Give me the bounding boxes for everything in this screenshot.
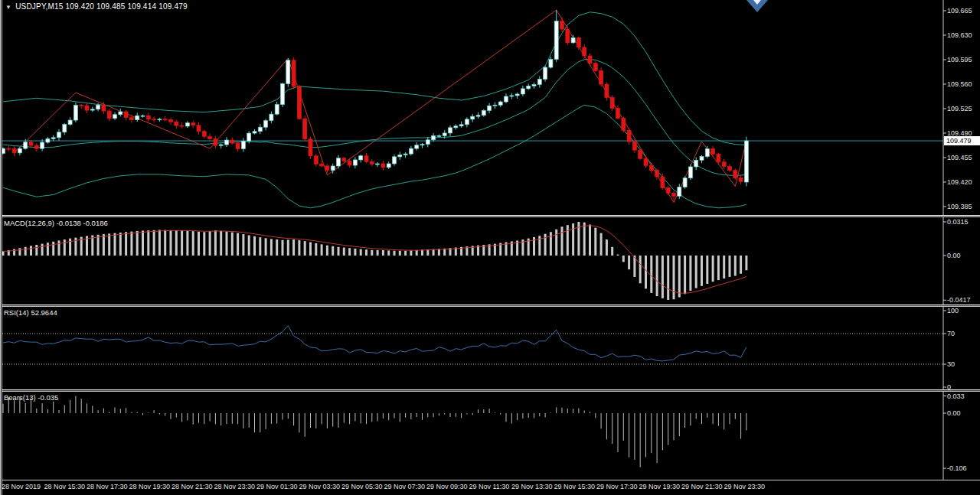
price-tick-label: 109.665	[947, 7, 972, 15]
time-tick-label: 29 Nov 21:30	[681, 483, 723, 490]
panel-separator-rsi[interactable]	[0, 304, 980, 307]
time-tick-label: 28 Nov 15:30	[44, 483, 86, 490]
rsi-panel-area[interactable]	[0, 307, 943, 389]
time-axis[interactable]: 28 Nov 201928 Nov 15:3028 Nov 17:3028 No…	[0, 480, 980, 495]
bears-tick-label: 0.00	[947, 409, 961, 417]
chart-title: ▼USDJPY,M15 109.420 109.485 109.414 109.…	[5, 2, 188, 11]
time-tick-label: 29 Nov 15:30	[554, 483, 596, 490]
symbol-dropdown-icon[interactable]: ▼	[5, 4, 11, 11]
time-tick-label: 28 Nov 23:30	[214, 483, 256, 490]
rsi-tick-label: 100	[947, 307, 959, 314]
rsi-tick-label: 30	[947, 360, 955, 368]
macd-value: -0.0138	[57, 219, 81, 227]
time-tick-label: 28 Nov 2019	[2, 483, 41, 490]
macd-tick-label: 0.00	[947, 252, 961, 259]
ohlc-high: 109.485	[96, 2, 126, 11]
price-tick-label: 109.420	[947, 178, 972, 186]
macd-tick-label: -0.0417	[947, 296, 971, 304]
time-tick-label: 28 Nov 19:30	[129, 483, 171, 490]
ohlc-close: 109.479	[158, 2, 188, 11]
bears-tick-label: -0.106	[947, 464, 967, 472]
window-left-border	[0, 0, 2, 495]
symbol-label: USDJPY,M15	[15, 2, 63, 11]
time-tick-label: 29 Nov 07:30	[384, 483, 426, 490]
rsi-tick-label: 0	[947, 383, 951, 391]
time-tick-label: 29 Nov 13:30	[511, 483, 553, 490]
bears-value: -0.035	[38, 393, 58, 402]
time-tick-label: 29 Nov 09:30	[426, 483, 468, 490]
time-tick-label: 28 Nov 21:30	[172, 483, 213, 490]
bears-tick-label: 0.033	[947, 392, 965, 400]
ohlc-low: 109.414	[128, 2, 157, 11]
panel-separator-bears[interactable]	[0, 389, 980, 392]
rsi-value: 52.9644	[31, 308, 57, 317]
time-tick-label: 29 Nov 19:30	[639, 483, 681, 490]
current-price-tag: 109.479	[944, 136, 980, 145]
macd-label: MACD(12,26,9) -0.0138 -0.0186	[4, 219, 108, 227]
macd-signal-value: -0.0186	[83, 219, 108, 227]
time-tick-label: 28 Nov 17:30	[87, 483, 128, 490]
price-axis[interactable]: 109.665109.630109.595109.560109.525109.4…	[944, 0, 980, 495]
time-tick-label: 29 Nov 05:30	[341, 483, 383, 490]
time-tick-label: 29 Nov 17:30	[596, 483, 638, 490]
time-tick-label: 29 Nov 03:30	[299, 483, 341, 490]
panel-separator-macd[interactable]	[0, 215, 980, 217]
bears-label: Bears(13) -0.035	[4, 393, 58, 402]
price-tick-label: 109.385	[947, 203, 972, 210]
macd-panel-area[interactable]	[0, 217, 943, 304]
price-tick-label: 109.560	[947, 80, 972, 88]
price-tick-label: 109.525	[947, 105, 972, 112]
rsi-tick-label: 70	[947, 330, 955, 337]
time-tick-label: 29 Nov 23:30	[724, 483, 766, 490]
rsi-label: RSI(14) 52.9644	[4, 308, 57, 317]
price-tick-label: 109.630	[947, 31, 972, 39]
price-tick-label: 109.455	[947, 154, 972, 161]
mt4-chart-window: ▼USDJPY,M15 109.420 109.485 109.414 109.…	[0, 0, 980, 495]
ohlc-open: 109.420	[66, 2, 95, 11]
macd-tick-label: 0.0315	[947, 218, 969, 226]
price-tick-label: 109.595	[947, 56, 972, 64]
time-tick-label: 29 Nov 01:30	[256, 483, 298, 490]
main-chart-area[interactable]	[0, 0, 943, 215]
time-tick-label: 29 Nov 11:30	[469, 483, 510, 490]
bears-panel-area[interactable]	[0, 392, 943, 480]
